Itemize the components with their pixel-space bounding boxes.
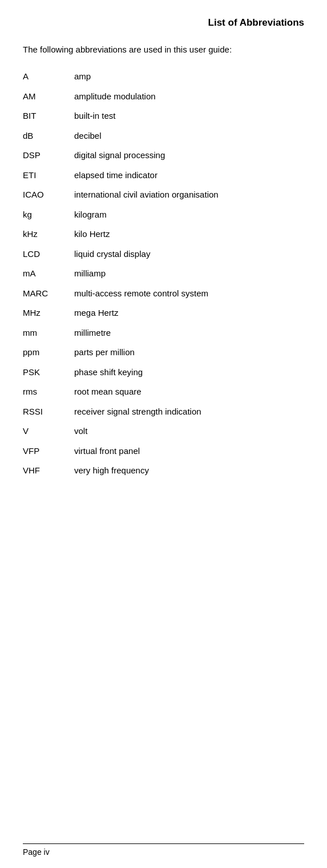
abbrev-definition: digital signal processing [74,146,304,166]
intro-text: The following abbreviations are used in … [23,45,304,54]
abbrev-code: MHz [23,303,74,323]
abbrev-definition: multi-access remote control system [74,284,304,304]
table-row: kHzkilo Hertz [23,224,304,244]
abbrev-definition: very high frequency [74,461,304,481]
abbrev-definition: international civil aviation organisatio… [74,185,304,205]
abbrev-code: VHF [23,461,74,481]
table-row: VFPvirtual front panel [23,441,304,461]
abbrev-code: dB [23,126,74,146]
abbrev-code: MARC [23,284,74,304]
abbrev-definition: phase shift keying [74,363,304,383]
abbrev-definition: built-in test [74,106,304,126]
table-row: mmmillimetre [23,323,304,343]
abbrev-code: mm [23,323,74,343]
table-row: kgkilogram [23,205,304,225]
abbrev-definition: virtual front panel [74,441,304,461]
abbrev-definition: mega Hertz [74,303,304,323]
abbrev-definition: kilogram [74,205,304,225]
table-row: ppmparts per million [23,343,304,363]
abbrev-definition: amplitude modulation [74,87,304,107]
abbrev-code: kHz [23,224,74,244]
abbrev-code: DSP [23,146,74,166]
abbrev-code: LCD [23,244,74,264]
page-footer: Page iv [23,843,304,857]
abbrev-definition: millimetre [74,323,304,343]
abbrev-code: A [23,67,74,87]
abbrev-code: PSK [23,363,74,383]
abbrev-definition: elapsed time indicator [74,166,304,186]
abbrev-code: V [23,421,74,441]
abbreviations-table: AampAMamplitude modulationBITbuilt-in te… [23,67,304,481]
abbrev-code: BIT [23,106,74,126]
table-row: BITbuilt-in test [23,106,304,126]
table-row: mAmilliamp [23,264,304,284]
page-number: Page iv [23,847,50,857]
table-row: Vvolt [23,421,304,441]
table-row: dBdecibel [23,126,304,146]
abbrev-code: kg [23,205,74,225]
abbrev-code: RSSI [23,402,74,422]
table-row: ICAOinternational civil aviation organis… [23,185,304,205]
page-container: List of Abbreviations The following abbr… [0,0,327,868]
abbrev-definition: decibel [74,126,304,146]
abbrev-definition: liquid crystal display [74,244,304,264]
table-row: Aamp [23,67,304,87]
abbrev-code: ppm [23,343,74,363]
abbrev-definition: root mean square [74,382,304,402]
table-row: RSSIreceiver signal strength indication [23,402,304,422]
abbrev-definition: milliamp [74,264,304,284]
page-title: List of Abbreviations [23,17,304,29]
abbrev-code: rms [23,382,74,402]
abbrev-definition: receiver signal strength indication [74,402,304,422]
table-row: DSPdigital signal processing [23,146,304,166]
abbrev-definition: volt [74,421,304,441]
table-row: AMamplitude modulation [23,87,304,107]
table-row: ETIelapsed time indicator [23,166,304,186]
table-row: MHzmega Hertz [23,303,304,323]
abbrev-definition: kilo Hertz [74,224,304,244]
table-row: rmsroot mean square [23,382,304,402]
abbrev-definition: amp [74,67,304,87]
table-row: MARCmulti-access remote control system [23,284,304,304]
abbrev-code: VFP [23,441,74,461]
abbrev-code: ETI [23,166,74,186]
table-row: VHFvery high frequency [23,461,304,481]
abbrev-code: ICAO [23,185,74,205]
abbrev-code: AM [23,87,74,107]
abbrev-code: mA [23,264,74,284]
table-row: PSKphase shift keying [23,363,304,383]
table-row: LCDliquid crystal display [23,244,304,264]
abbrev-definition: parts per million [74,343,304,363]
